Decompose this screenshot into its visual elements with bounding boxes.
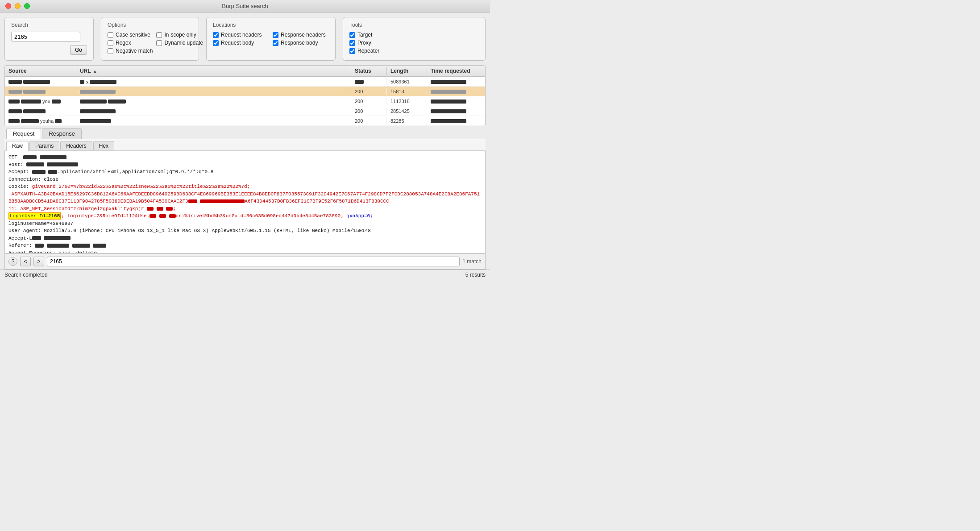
status-left: Search completed: [4, 272, 48, 278]
cell-length: 82285: [387, 117, 427, 124]
cell-source: [5, 78, 76, 85]
request-line-cookie: Cookie: giveCard_2760=%7b%22id%22%3a0%2c…: [8, 183, 482, 191]
cell-length: 1112318: [387, 98, 427, 105]
sub-tab-raw[interactable]: Raw: [6, 141, 29, 151]
cell-status: 200: [351, 117, 387, 124]
table-row[interactable]: you 200 1112318: [5, 96, 485, 106]
cell-url: [76, 108, 351, 115]
resp-headers-label: Response headers: [281, 32, 326, 38]
request-line-connection: Connection: close: [8, 176, 482, 183]
next-button[interactable]: >: [33, 257, 44, 266]
resp-headers-checkbox[interactable]: [273, 32, 278, 38]
dynamic-update-checkbox[interactable]: [156, 40, 162, 46]
window-title: Burp Suite search: [222, 3, 268, 9]
table-row[interactable]: youha 200 82285: [5, 116, 485, 126]
req-body-label: Request body: [221, 40, 254, 46]
cell-time: [427, 88, 485, 95]
case-sensitive-checkbox[interactable]: [108, 32, 113, 38]
help-button[interactable]: ?: [8, 257, 17, 266]
cell-time: [427, 117, 485, 124]
request-line-referer: Referer:: [8, 242, 482, 249]
req-body-checkbox[interactable]: [213, 40, 219, 46]
request-line-host: Host:: [8, 161, 482, 169]
locations-label: Locations: [213, 22, 329, 28]
title-bar: Burp Suite search: [0, 0, 490, 12]
bottom-nav-bar: ? < > 1 match: [4, 253, 486, 270]
in-scope-checkbox[interactable]: [156, 32, 162, 38]
req-resp-tabs: Request Response: [4, 126, 486, 139]
negative-match-label: Negative match: [116, 48, 153, 54]
dynamic-update-label: Dynamic update: [164, 40, 203, 46]
table-row[interactable]: .s. 5089361: [5, 77, 485, 87]
sub-tab-hex[interactable]: Hex: [93, 141, 114, 150]
request-line-loginuser: LoginUser Id=2165; logintype=2&RoleOId=1…: [8, 212, 482, 220]
regex-label: Regex: [116, 40, 131, 46]
req-headers-checkbox[interactable]: [213, 32, 219, 38]
cell-time: [427, 78, 485, 85]
col-source: Source: [5, 67, 76, 75]
resp-body-label: Response body: [281, 40, 318, 46]
request-line-loginusername: loginUserName=43846937: [8, 220, 482, 228]
cell-url: [76, 98, 351, 105]
tab-request[interactable]: Request: [6, 128, 41, 139]
tab-response[interactable]: Response: [42, 128, 82, 139]
tool-proxy[interactable]: Proxy: [349, 40, 479, 46]
cell-url: .s.: [76, 78, 351, 85]
tool-target[interactable]: Target: [349, 32, 479, 38]
proxy-checkbox[interactable]: [349, 40, 355, 46]
regex-checkbox[interactable]: [108, 40, 113, 46]
sub-tab-headers[interactable]: Headers: [60, 141, 92, 150]
resp-body-checkbox[interactable]: [273, 40, 278, 46]
col-length: Length: [387, 67, 427, 75]
search-label: Search: [11, 22, 87, 28]
top-section: Search Go Options Case sensitive In-scop…: [4, 17, 486, 61]
prev-button[interactable]: <: [20, 257, 31, 266]
window-controls[interactable]: [5, 3, 30, 9]
cell-source: [5, 108, 76, 115]
table-row[interactable]: 200 15813: [5, 87, 485, 96]
maximize-button[interactable]: [24, 3, 30, 9]
cell-source: youha: [5, 117, 76, 124]
col-url: URL ▲: [76, 67, 351, 75]
close-button[interactable]: [5, 3, 11, 9]
table-body: .s. 5089361 200 15813 you 200 1112318: [5, 77, 485, 126]
tools-checkboxes: Target Proxy Repeater: [349, 32, 479, 54]
table-row[interactable]: 200 2851425: [5, 106, 485, 116]
search-panel: Search Go: [4, 17, 94, 61]
location-req-body[interactable]: Request body: [213, 40, 269, 46]
tools-label: Tools: [349, 22, 479, 28]
request-content-area: GET Host: Accept: .pplication/xhtml+xml,…: [4, 151, 486, 253]
options-checkboxes: Case sensitive In-scope only Regex Dynam…: [108, 32, 192, 54]
case-sensitive-label: Case sensitive: [116, 32, 150, 38]
option-dynamic-update[interactable]: Dynamic update: [156, 40, 203, 46]
locations-checkboxes: Request headers Response headers Request…: [213, 32, 329, 46]
go-button[interactable]: Go: [70, 45, 87, 55]
option-case-sensitive[interactable]: Case sensitive: [108, 32, 153, 38]
status-right: 5 results: [465, 272, 486, 278]
sub-tabs: Raw Params Headers Hex: [4, 139, 486, 151]
bottom-search-input[interactable]: [47, 257, 460, 266]
cell-status: 200: [351, 108, 387, 115]
cell-length: 5089361: [387, 78, 427, 85]
cell-length: 2851425: [387, 108, 427, 115]
location-req-headers[interactable]: Request headers: [213, 32, 269, 38]
target-label: Target: [357, 32, 372, 38]
location-resp-headers[interactable]: Response headers: [273, 32, 329, 38]
results-table: Source URL ▲ Status Length Time requeste…: [4, 65, 486, 126]
sub-tab-params[interactable]: Params: [29, 141, 59, 150]
option-regex[interactable]: Regex: [108, 40, 153, 46]
target-checkbox[interactable]: [349, 32, 355, 38]
minimize-button[interactable]: [15, 3, 21, 9]
option-in-scope[interactable]: In-scope only: [156, 32, 203, 38]
cell-time: [427, 108, 485, 115]
request-line-accept-l: Accept-L: [8, 235, 482, 242]
tool-repeater[interactable]: Repeater: [349, 48, 479, 54]
request-line-useragent: User-Agent: Mozilla/5.0 (iPhone; CPU iPh…: [8, 227, 482, 235]
repeater-checkbox[interactable]: [349, 48, 355, 54]
search-input[interactable]: [11, 32, 80, 41]
negative-match-checkbox[interactable]: [108, 48, 113, 54]
col-time: Time requested: [427, 67, 485, 75]
location-resp-body[interactable]: Response body: [273, 40, 329, 46]
request-line-get: GET: [8, 153, 482, 161]
option-negative-match[interactable]: Negative match: [108, 48, 153, 54]
